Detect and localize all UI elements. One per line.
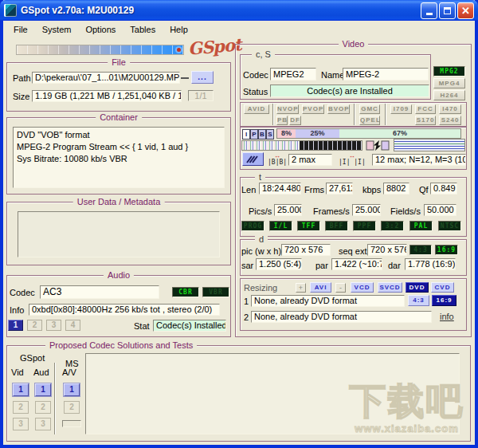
- minus-button[interactable]: -: [335, 283, 346, 293]
- maximize-button[interactable]: [439, 2, 456, 19]
- dvd-button[interactable]: DVD: [406, 282, 429, 293]
- path-field[interactable]: D:\pekerau\'07_1...01\M2U00129.MPG: [32, 72, 180, 84]
- kbps-label: kbps: [362, 185, 381, 195]
- audio-stat-label: Stat: [134, 321, 150, 331]
- ms-av-1-button[interactable]: 1: [64, 383, 80, 396]
- menu-options[interactable]: Options: [78, 22, 123, 37]
- user-data-box[interactable]: [18, 211, 220, 257]
- gop-info-field: 12 max; N=12, M=3 (100%): [372, 154, 466, 166]
- resize-169-button[interactable]: 16:9: [432, 295, 456, 306]
- title-bar[interactable]: GSpot v2.70a: M2U00129 ✕: [0, 0, 478, 21]
- h264-button[interactable]: H264: [433, 90, 465, 100]
- page-indicator: 1/1: [188, 90, 214, 101]
- menu-tables[interactable]: Tables: [123, 22, 163, 37]
- container-line-1: DVD "VOB" format: [17, 129, 221, 141]
- audio-stream-3-button[interactable]: 3: [46, 320, 61, 331]
- video-status-field: Codec(s) are Installed: [270, 84, 429, 97]
- menu-help[interactable]: Help: [163, 22, 195, 37]
- ntsc-indicator: NTSC: [438, 221, 461, 231]
- resize-row1-number: 1: [244, 297, 249, 306]
- resizing-label: Resizing: [244, 283, 277, 293]
- gspot-analyze-button[interactable]: [242, 152, 264, 166]
- gspot-vid-2-button[interactable]: 2: [13, 401, 29, 414]
- resize-row2-number: 2: [244, 312, 249, 322]
- tff-indicator: TFF: [297, 221, 320, 231]
- audio-codec-field[interactable]: AC3: [40, 285, 159, 299]
- svcd-button[interactable]: SVCD: [378, 282, 402, 293]
- pics-label: Pics/s: [249, 206, 272, 216]
- audio-info-field[interactable]: 0xbd[0x80]:48000Hz 256 kb/s tot , stereo…: [29, 304, 220, 316]
- i470-button[interactable]: I470: [439, 104, 461, 114]
- info-link[interactable]: info: [440, 312, 454, 321]
- cvd-button[interactable]: CVD: [431, 282, 454, 293]
- ipbs-p-button[interactable]: P: [250, 129, 258, 140]
- frms-field: 27,612: [326, 183, 353, 195]
- menu-file[interactable]: File: [6, 22, 35, 37]
- resize-43-button[interactable]: 4:3: [408, 295, 429, 306]
- gop-stripes-dark: [300, 141, 362, 150]
- gspot-aud-2-button[interactable]: 2: [35, 401, 51, 414]
- video-codec-field[interactable]: MPEG2: [270, 68, 316, 81]
- video-name-field[interactable]: MPEG-2: [343, 68, 429, 81]
- proposed-results-box[interactable]: [85, 353, 460, 434]
- qpel-button[interactable]: QPEL: [359, 116, 380, 125]
- ipbs-s-button[interactable]: S: [266, 129, 274, 140]
- gspot-icon: [245, 155, 261, 164]
- len-field: 18:24.480: [259, 183, 301, 195]
- proposed-av-label: A/V: [62, 367, 76, 377]
- video-status-label: Status: [243, 87, 268, 96]
- i709-button[interactable]: I709: [390, 104, 412, 114]
- audio-stream-1-button[interactable]: 1: [8, 320, 23, 331]
- gspot-aud-3-button[interactable]: 3: [35, 418, 51, 430]
- gmc-button[interactable]: GMC: [359, 104, 380, 114]
- ipbs-i-button[interactable]: I: [242, 129, 250, 140]
- close-button[interactable]: ✕: [457, 2, 474, 19]
- browse-button[interactable]: ...: [191, 71, 214, 84]
- p-percent: 25%: [296, 129, 339, 138]
- pvop-button[interactable]: PVOP: [302, 104, 324, 114]
- i-spacing-marker: ↔ |I| |I|: [339, 153, 366, 166]
- s170-button[interactable]: S170: [415, 116, 436, 125]
- gspot-logo: GSpot: [187, 34, 241, 59]
- ms-av-2-button[interactable]: 2: [64, 401, 80, 414]
- audio-stream-2-button[interactable]: 2: [27, 320, 42, 331]
- menu-bar: File System Options Tables Help: [3, 21, 475, 37]
- vbr-indicator: VBR: [202, 287, 229, 297]
- toolbar-red-dot-icon: [177, 48, 181, 52]
- avi-button[interactable]: AVI: [310, 282, 331, 293]
- df-button[interactable]: DF: [289, 116, 301, 125]
- avid-button[interactable]: AVID: [244, 104, 269, 114]
- ms-status-box: [62, 420, 81, 427]
- feature-divider: [272, 104, 273, 125]
- file-legend: File: [108, 57, 130, 67]
- pics-field: 25.000: [274, 204, 302, 216]
- resize-row1-field: None, already DVD format: [251, 295, 405, 307]
- qf-label: Qf: [419, 185, 429, 195]
- path-connector: [181, 77, 189, 79]
- len-label: Len: [241, 185, 256, 195]
- aspect-169-indicator: 16:9: [435, 245, 458, 255]
- vcd-button[interactable]: VCD: [351, 282, 374, 293]
- bff-indicator: BFF: [325, 221, 348, 231]
- bvop-button[interactable]: BVOP: [327, 104, 350, 114]
- gspot-vid-1-button[interactable]: 1: [13, 383, 29, 396]
- proposed-vid-label: Vid: [11, 367, 24, 377]
- audio-stream-4-button[interactable]: 4: [65, 320, 80, 331]
- fcc-button[interactable]: FCC: [415, 104, 436, 114]
- menu-system[interactable]: System: [35, 22, 79, 37]
- ipbs-b-button[interactable]: B: [258, 129, 266, 140]
- pb-button[interactable]: PB: [276, 116, 288, 125]
- nvop-button[interactable]: NVOP: [276, 104, 299, 114]
- gspot-aud-1-button[interactable]: 1: [35, 383, 51, 396]
- container-info-box[interactable]: DVD "VOB" format MPEG-2 Program Stream <…: [13, 127, 225, 188]
- sar-label: sar: [241, 261, 253, 270]
- s240-button[interactable]: S240: [439, 116, 461, 125]
- audio-legend: Audio: [104, 270, 134, 280]
- par-label: par: [315, 261, 328, 270]
- mpg4-button[interactable]: MPG4: [433, 78, 465, 88]
- dar-field: 1.778 (16:9): [405, 258, 456, 270]
- plus-button[interactable]: +: [296, 283, 306, 293]
- minimize-button[interactable]: [421, 2, 437, 19]
- gspot-vid-3-button[interactable]: 3: [13, 418, 29, 430]
- fields-field: 50.000: [424, 204, 456, 216]
